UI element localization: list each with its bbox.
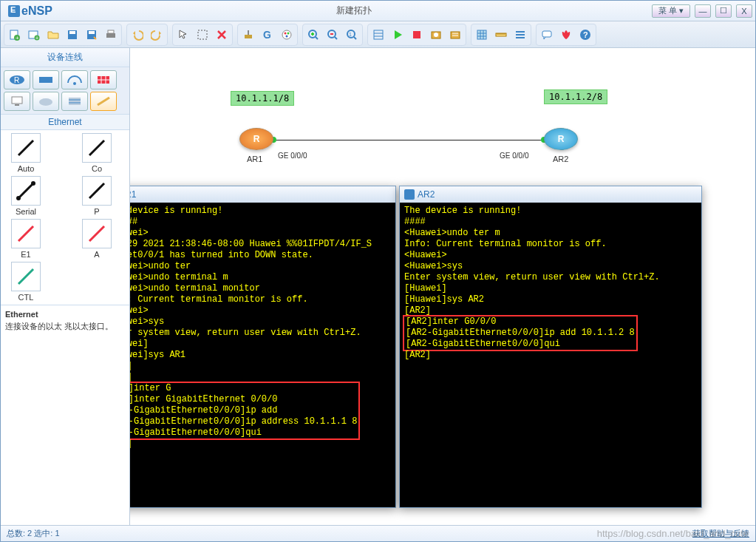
tool-copper[interactable]: Co xyxy=(75,133,119,173)
terminal-ar1[interactable]: AR1 The device is running! ###### <Huawe… xyxy=(130,186,396,508)
ruler-button[interactable] xyxy=(492,26,510,44)
terminal-ar2-titlebar[interactable]: AR2 xyxy=(400,186,701,203)
port-label-ar1: GE 0/0/0 xyxy=(278,152,307,160)
new-project-button[interactable]: + xyxy=(25,26,43,44)
save-button[interactable] xyxy=(64,26,81,44)
status-help-link[interactable]: 获取帮助与反馈 xyxy=(692,528,749,539)
zoom-fit-button[interactable]: 1 xyxy=(343,26,361,44)
tool-atm[interactable]: A xyxy=(75,219,119,259)
terminal-ar2-body[interactable]: The device is running! #### <Huawei>undo… xyxy=(400,203,701,507)
minimize-button[interactable]: — xyxy=(695,4,711,18)
svg-rect-13 xyxy=(245,35,252,38)
connection-tool-list: Auto Co Serial P E1 A CTL xyxy=(1,130,129,305)
help-button[interactable]: ? xyxy=(576,26,594,44)
terminal-ar1-titlebar[interactable]: AR1 xyxy=(130,186,395,203)
svg-rect-28 xyxy=(477,30,486,39)
svg-point-43 xyxy=(31,181,35,186)
start-button[interactable] xyxy=(389,26,406,44)
terminal-ar1-title: AR1 xyxy=(130,189,136,200)
description-title: Ethernet xyxy=(5,310,125,319)
ip-label-ar2: 10.1.1.2/8 xyxy=(544,89,607,104)
device-category-palette: R xyxy=(1,67,129,115)
save-as-button[interactable] xyxy=(83,26,101,44)
node-ar2[interactable]: R xyxy=(544,128,578,150)
delete-button[interactable] xyxy=(213,26,231,44)
port-label-ar2: GE 0/0/0 xyxy=(500,152,528,160)
switch-category[interactable] xyxy=(33,70,59,89)
close-button[interactable]: X xyxy=(736,4,752,18)
grid-button[interactable] xyxy=(473,26,491,44)
router-category[interactable]: R xyxy=(4,70,30,89)
svg-text:G: G xyxy=(263,29,271,41)
status-count: 总数: 2 选中: 1 xyxy=(7,528,60,539)
pc-category[interactable] xyxy=(4,92,30,111)
huawei-button[interactable] xyxy=(557,26,575,44)
svg-text:R: R xyxy=(14,76,19,84)
marquee-button[interactable] xyxy=(194,26,211,44)
pointer-button[interactable] xyxy=(174,26,192,44)
capture-button[interactable] xyxy=(427,26,445,44)
ip-label-ar1: 10.1.1.1/8 xyxy=(231,91,294,106)
terminal-ar1-highlight: [AR1]inter G [AR1]inter GigabitEthernet … xyxy=(130,382,360,440)
link-category[interactable] xyxy=(90,92,117,111)
svg-rect-12 xyxy=(198,30,207,39)
menu-label: 菜 单 xyxy=(658,5,677,16)
undo-button[interactable] xyxy=(129,26,146,44)
terminal-icon xyxy=(404,189,415,200)
svg-rect-9 xyxy=(89,31,95,34)
svg-point-18 xyxy=(286,35,288,37)
capture-list-button[interactable] xyxy=(446,26,464,44)
titlebar: eNSP 新建拓扑 菜 单▾ — ☐ X xyxy=(1,1,755,21)
layers-button[interactable] xyxy=(370,26,387,44)
svg-rect-41 xyxy=(69,98,81,105)
tool-auto[interactable]: Auto xyxy=(4,133,48,173)
palette-button[interactable] xyxy=(278,26,296,44)
maximize-button[interactable]: ☐ xyxy=(715,4,732,18)
sidebar-section-label: Ethernet xyxy=(1,115,129,130)
zoom-out-button[interactable] xyxy=(324,26,341,44)
zoom-in-button[interactable] xyxy=(304,26,322,44)
tool-ctl[interactable]: CTL xyxy=(4,262,48,302)
wlan-category[interactable] xyxy=(61,70,88,89)
options-button[interactable] xyxy=(511,26,529,44)
terminal-ar1-body[interactable]: The device is running! ###### <Huawei> J… xyxy=(130,203,395,507)
svg-rect-35 xyxy=(39,77,52,83)
tool-e1[interactable]: E1 xyxy=(4,219,48,259)
svg-rect-30 xyxy=(542,31,551,37)
svg-text:+: + xyxy=(35,35,38,40)
firewall-category[interactable] xyxy=(90,70,117,89)
other-category[interactable] xyxy=(61,92,88,111)
text-button[interactable]: G xyxy=(259,26,276,44)
node-ar1[interactable]: R xyxy=(239,128,273,150)
main-menu-button[interactable]: 菜 单▾ xyxy=(652,4,690,18)
svg-point-26 xyxy=(434,33,438,37)
feedback-button[interactable] xyxy=(538,26,556,44)
svg-text:?: ? xyxy=(583,30,588,39)
svg-point-16 xyxy=(285,32,287,34)
svg-point-15 xyxy=(282,30,291,39)
stop-button[interactable] xyxy=(408,26,426,44)
open-button[interactable] xyxy=(44,26,62,44)
sidebar-header: 设备连线 xyxy=(1,48,129,67)
topology-canvas[interactable]: 10.1.1.1/8 10.1.1.2/8 R AR1 GE 0/0/0 R A… xyxy=(130,48,755,525)
terminal-ar2-title: AR2 xyxy=(418,189,435,200)
svg-point-40 xyxy=(39,98,52,106)
svg-rect-24 xyxy=(413,31,420,38)
cloud-category[interactable] xyxy=(33,92,59,111)
broom-button[interactable] xyxy=(239,26,257,44)
tool-serial[interactable]: Serial xyxy=(4,176,48,216)
description-text: 连接设备的以太 兆以太接口。 xyxy=(5,321,125,332)
document-title: 新建拓扑 xyxy=(57,4,652,17)
terminal-ar2-highlight: [AR2]inter G0/0/0 [AR2-GigabitEthernet0/… xyxy=(403,315,638,351)
new-topology-button[interactable]: + xyxy=(6,26,24,44)
svg-rect-39 xyxy=(15,104,19,106)
svg-text:1: 1 xyxy=(349,32,352,37)
redo-button[interactable] xyxy=(148,26,166,44)
tool-pos[interactable]: P xyxy=(75,176,119,216)
terminal-ar2[interactable]: AR2 The device is running! #### <Huawei>… xyxy=(399,186,702,508)
svg-point-36 xyxy=(73,82,76,85)
link-ar1-ar2[interactable] xyxy=(272,140,545,140)
svg-rect-38 xyxy=(12,97,22,104)
print-button[interactable] xyxy=(102,26,120,44)
device-sidebar: 设备连线 R Ethernet Auto Co Serial P E1 A CT… xyxy=(1,48,130,525)
